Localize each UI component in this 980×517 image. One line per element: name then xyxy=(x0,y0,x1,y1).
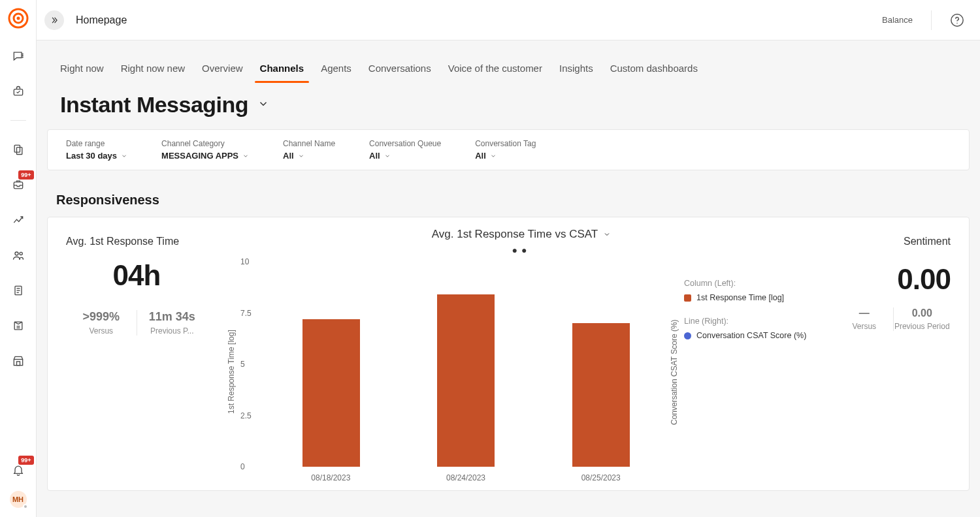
breadcrumb[interactable]: Homepage xyxy=(76,14,127,26)
nav-notes-icon[interactable] xyxy=(9,281,27,300)
chart-y-left-label: 1st Response Time [log] xyxy=(225,262,237,482)
kpi-sentiment: Sentiment 0.00 — Versus 0.00 Previous Pe… xyxy=(825,217,969,490)
filter-value: All xyxy=(283,151,294,161)
chart-ytick: 2.5 xyxy=(240,411,252,420)
expand-sidebar-button[interactable] xyxy=(44,10,64,30)
tab-voc[interactable]: Voice of the customer xyxy=(448,63,542,83)
app-logo[interactable] xyxy=(8,8,29,29)
filter-value: Last 30 days xyxy=(66,151,117,161)
nav-inbox-icon[interactable]: 99+ xyxy=(9,176,27,194)
chart-xtick: 08/24/2023 xyxy=(399,467,534,482)
chart-ytick: 10 xyxy=(240,257,249,266)
avatar-initials: MH xyxy=(12,495,24,503)
nav-people-icon[interactable] xyxy=(9,246,27,264)
filter-bar: Date range Last 30 days Channel Category… xyxy=(47,129,970,170)
chart-ytick: 0 xyxy=(240,462,245,471)
chart-ytick: 7.5 xyxy=(240,309,252,318)
chevron-down-icon xyxy=(242,153,249,159)
chevron-down-icon xyxy=(490,153,497,159)
balance-link[interactable]: Balance xyxy=(882,10,932,30)
top-bar: Homepage Balance xyxy=(37,0,980,40)
filter-label: Channel Category xyxy=(161,139,249,148)
tab-overview[interactable]: Overview xyxy=(202,63,243,83)
kpi-previous-value: 11m 34s xyxy=(137,310,208,324)
nav-store-icon[interactable] xyxy=(9,352,27,370)
tab-agents[interactable]: Agents xyxy=(321,63,351,83)
svg-rect-20 xyxy=(16,362,20,366)
sentiment-versus-delta: — xyxy=(836,307,893,319)
svg-point-2 xyxy=(16,17,20,20)
filter-value: All xyxy=(475,151,486,161)
chart-bar[interactable] xyxy=(302,319,360,467)
chart-dropdown-icon[interactable] xyxy=(603,230,611,238)
legend-right-heading: Line (Right): xyxy=(684,317,813,326)
filter-label: Channel Name xyxy=(283,139,335,148)
nav-toolbox-icon[interactable] xyxy=(9,82,27,101)
legend-right-item: Conversation CSAT Score (%) xyxy=(696,331,806,340)
presence-dot xyxy=(23,504,28,509)
filter-value: All xyxy=(369,151,380,161)
legend-swatch-csat xyxy=(684,332,691,339)
kpi-versus-delta: >999% xyxy=(66,310,137,324)
svg-point-22 xyxy=(956,22,957,23)
svg-point-4 xyxy=(22,55,23,56)
chart-xtick: 08/25/2023 xyxy=(533,467,668,482)
tab-right-now[interactable]: Right now xyxy=(60,63,104,83)
svg-rect-7 xyxy=(14,145,20,152)
nav-reports-icon[interactable] xyxy=(9,317,27,335)
filter-date-range[interactable]: Date range Last 30 days xyxy=(66,139,127,161)
svg-point-10 xyxy=(15,252,18,255)
nav-duplicate-icon[interactable] xyxy=(9,140,27,159)
chart-y-right-label: Conversation CSAT Score (%) xyxy=(668,262,680,482)
kpi-title: Avg. 1st Response Time xyxy=(66,236,207,247)
nav-notifications-icon[interactable]: 99+ xyxy=(9,461,27,479)
chart-bar[interactable] xyxy=(437,294,495,467)
filter-label: Conversation Tag xyxy=(475,139,536,148)
sentiment-previous-value: 0.00 xyxy=(894,307,951,319)
nav-separator xyxy=(10,120,26,121)
kpi-avg-first-response: Avg. 1st Response Time 04h >999% Versus … xyxy=(48,217,218,490)
chevron-down-icon xyxy=(121,153,127,159)
page-title: Instant Messaging xyxy=(60,92,248,118)
chart-pagination-dots[interactable]: ●● xyxy=(225,245,817,255)
svg-point-11 xyxy=(20,252,22,255)
tab-channels[interactable]: Channels xyxy=(260,63,304,83)
svg-point-3 xyxy=(22,54,23,54)
sentiment-title: Sentiment xyxy=(836,236,951,247)
legend-swatch-bar xyxy=(684,294,691,302)
filter-label: Conversation Queue xyxy=(369,139,441,148)
user-avatar[interactable]: MH xyxy=(10,491,27,508)
filter-channel-name[interactable]: Channel Name All xyxy=(283,139,335,161)
chart-ytick: 5 xyxy=(240,360,245,369)
chart-bar[interactable] xyxy=(572,323,630,467)
section-title-responsiveness: Responsiveness xyxy=(47,170,970,217)
filter-label: Date range xyxy=(66,139,127,148)
nav-analytics-icon[interactable] xyxy=(9,211,27,229)
sentiment-previous-label: Previous Period xyxy=(894,322,951,331)
sentiment-value: 0.00 xyxy=(836,263,951,296)
notifications-badge: 99+ xyxy=(18,456,33,465)
tab-custom[interactable]: Custom dashboards xyxy=(610,63,698,83)
tab-insights[interactable]: Insights xyxy=(559,63,593,83)
tab-right-now-new[interactable]: Right now new xyxy=(121,63,185,83)
help-icon[interactable] xyxy=(950,13,964,27)
nav-conversations-icon[interactable] xyxy=(9,47,27,65)
chevron-down-icon xyxy=(384,153,391,159)
filter-conversation-queue[interactable]: Conversation Queue All xyxy=(369,139,441,161)
chart-xtick: 08/18/2023 xyxy=(263,467,399,482)
filter-value: MESSAGING APPS xyxy=(161,151,238,161)
page-title-dropdown[interactable] xyxy=(257,98,269,112)
svg-rect-19 xyxy=(14,360,22,366)
chart-plot-area: 02.557.510 xyxy=(237,262,668,467)
svg-rect-8 xyxy=(16,148,22,155)
sentiment-versus-label: Versus xyxy=(836,322,893,331)
left-nav-rail: 99+ 99+ MH xyxy=(0,0,37,517)
secondary-tabs: Right nowRight now newOverviewChannelsAg… xyxy=(47,40,970,83)
filter-conversation-tag[interactable]: Conversation Tag All xyxy=(475,139,536,161)
chart-response-vs-csat: Avg. 1st Response Time vs CSAT ●● 1st Re… xyxy=(218,217,825,490)
kpi-value: 04h xyxy=(66,259,207,292)
legend-left-item: 1st Response Time [log] xyxy=(696,293,784,302)
filter-channel-category[interactable]: Channel Category MESSAGING APPS xyxy=(161,139,249,161)
tab-conversations[interactable]: Conversations xyxy=(368,63,431,83)
svg-point-5 xyxy=(22,57,23,57)
